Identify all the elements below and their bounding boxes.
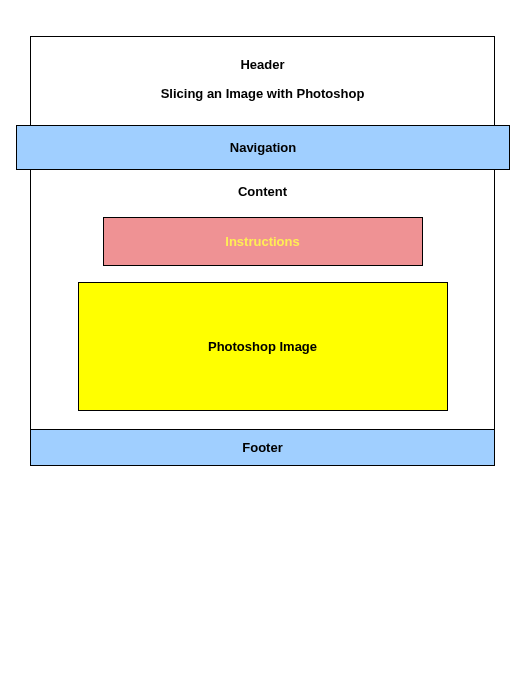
layout-diagram: Header Slicing an Image with Photoshop N… xyxy=(30,36,495,466)
photoshop-image-region: Photoshop Image xyxy=(78,282,448,411)
header-title: Header xyxy=(31,57,494,72)
footer-label: Footer xyxy=(31,440,494,455)
instructions-label: Instructions xyxy=(104,234,422,249)
content-label: Content xyxy=(31,184,494,199)
navigation-region: Navigation xyxy=(16,125,510,170)
header-subtitle: Slicing an Image with Photoshop xyxy=(31,86,494,101)
photoshop-image-label: Photoshop Image xyxy=(79,339,447,354)
content-region: Content Instructions Photoshop Image xyxy=(30,169,495,430)
instructions-region: Instructions xyxy=(103,217,423,266)
navigation-label: Navigation xyxy=(17,140,509,155)
header-region: Header Slicing an Image with Photoshop xyxy=(30,36,495,126)
footer-region: Footer xyxy=(30,429,495,466)
